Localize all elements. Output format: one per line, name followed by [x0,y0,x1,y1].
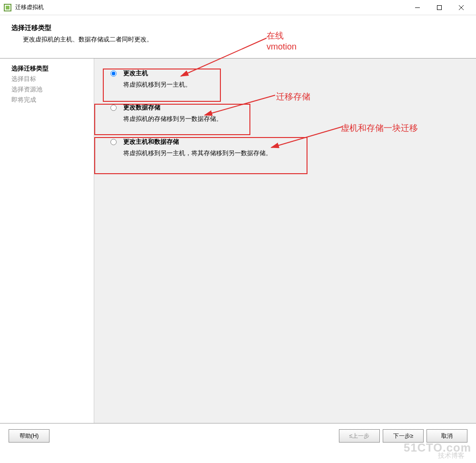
minimize-button[interactable] [407,0,428,15]
radio-change-datastore[interactable] [110,105,117,111]
prev-button[interactable]: ≤上一步 [339,429,380,443]
sidebar-item-ready-complete: 即将完成 [11,95,90,105]
svg-rect-3 [437,5,442,10]
content-area: 选择迁移类型 选择目标 选择资源池 即将完成 更改主机 将虚拟机移到另一主机。 … [0,58,476,424]
page-title: 选择迁移类型 [11,24,465,32]
wizard-footer: 帮助(H) ≤上一步 下一步≥ 取消 [0,424,476,448]
wizard-header: 选择迁移类型 更改虚拟机的主机、数据存储或二者同时更改。 [0,15,476,58]
cancel-button[interactable]: 取消 [426,429,467,443]
watermark-sub: 技术博客 [438,452,465,460]
app-icon [4,4,11,11]
option-desc: 将虚拟机移到另一主机。 [123,80,191,89]
help-button[interactable]: 帮助(H) [9,429,50,443]
option-title: 更改数据存储 [123,103,222,112]
option-change-host[interactable]: 更改主机 将虚拟机移到另一主机。 [104,64,466,96]
option-change-datastore[interactable]: 更改数据存储 将虚拟机的存储移到另一数据存储。 [104,99,466,130]
sidebar-item-select-target: 选择目标 [11,74,90,84]
window-controls [407,0,472,15]
next-button[interactable]: 下一步≥ [383,429,424,443]
option-title: 更改主机 [123,69,191,78]
close-button[interactable] [450,0,472,15]
radio-change-host-and-datastore[interactable] [110,139,117,145]
option-desc: 将虚拟机的存储移到另一数据存储。 [123,115,222,123]
option-change-host-and-datastore[interactable]: 更改主机和数据存储 将虚拟机移到另一主机，将其存储移到另一数据存储。 [104,133,466,164]
option-title: 更改主机和数据存储 [123,138,272,146]
sidebar-item-migration-type[interactable]: 选择迁移类型 [11,63,90,74]
titlebar: 迁移虚拟机 [0,0,476,15]
window-title: 迁移虚拟机 [15,3,407,11]
maximize-button[interactable] [428,0,450,15]
main-panel: 更改主机 将虚拟机移到另一主机。 更改数据存储 将虚拟机的存储移到另一数据存储。… [94,59,476,423]
page-description: 更改虚拟机的主机、数据存储或二者同时更改。 [11,35,465,44]
wizard-steps-sidebar: 选择迁移类型 选择目标 选择资源池 即将完成 [0,59,94,423]
svg-rect-1 [6,6,10,10]
sidebar-item-resource-pool: 选择资源池 [11,84,90,95]
option-desc: 将虚拟机移到另一主机，将其存储移到另一数据存储。 [123,149,272,158]
radio-change-host[interactable] [110,70,117,77]
